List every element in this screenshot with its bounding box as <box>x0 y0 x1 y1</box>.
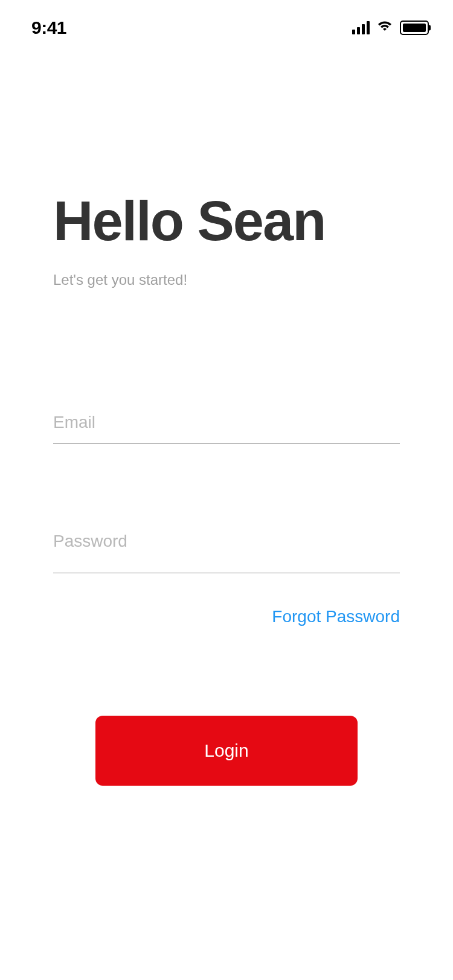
password-input-wrapper <box>53 510 400 573</box>
email-field[interactable] <box>53 402 400 444</box>
battery-icon <box>400 21 429 35</box>
greeting-heading: Hello Sean <box>53 193 400 249</box>
cellular-signal-icon <box>352 21 370 34</box>
wifi-icon <box>376 20 394 36</box>
login-button[interactable]: Login <box>95 716 358 786</box>
login-form: Forgot Password Login <box>53 402 400 786</box>
status-icons <box>352 20 429 36</box>
password-field[interactable] <box>53 510 400 573</box>
forgot-password-link[interactable]: Forgot Password <box>272 607 400 626</box>
email-input-wrapper <box>53 402 400 444</box>
status-bar: 9:41 <box>0 0 453 41</box>
status-time: 9:41 <box>31 18 66 38</box>
subtitle-text: Let's get you started! <box>53 272 400 288</box>
main-content: Hello Sean Let's get you started! Forgot… <box>0 193 453 786</box>
forgot-password-container: Forgot Password <box>53 607 400 626</box>
header-section: Hello Sean Let's get you started! <box>53 193 400 288</box>
